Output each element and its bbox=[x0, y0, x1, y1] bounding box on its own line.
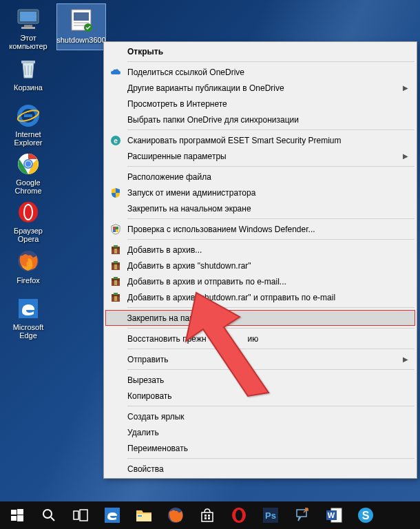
svg-rect-54 bbox=[138, 515, 142, 517]
menu-delete[interactable]: Удалить bbox=[105, 424, 415, 440]
firefox-icon bbox=[14, 247, 42, 275]
chrome-icon bbox=[14, 151, 42, 177]
chevron-right-icon: ▶ bbox=[403, 355, 408, 363]
menu-rename[interactable]: Переименовать bbox=[105, 440, 415, 456]
menu-open[interactable]: Открыть bbox=[105, 43, 415, 59]
firefox-icon[interactable]: Firefox bbox=[3, 245, 53, 291]
task-view-button[interactable] bbox=[65, 501, 96, 529]
shutdown-file-icon[interactable]: shutdown3600 bbox=[56, 3, 106, 50]
svg-rect-1 bbox=[20, 12, 36, 21]
svg-rect-35 bbox=[114, 264, 117, 269]
svg-rect-7 bbox=[74, 25, 85, 26]
ie-icon[interactable]: Internet Explorer bbox=[3, 100, 53, 147]
menu-pin-start[interactable]: Закрепить на начальном экране bbox=[105, 200, 415, 216]
context-menu: Открыть Поделиться ссылкой OneDrive Друг… bbox=[103, 41, 417, 479]
winrar-icon bbox=[109, 276, 122, 288]
taskbar-word[interactable]: W bbox=[318, 501, 350, 529]
svg-rect-34 bbox=[114, 261, 118, 263]
taskbar-store[interactable] bbox=[191, 501, 223, 529]
eset-icon: e bbox=[109, 134, 122, 147]
taskbar: Ps W S bbox=[0, 501, 420, 529]
svg-rect-58 bbox=[204, 517, 207, 519]
label: Этот компьютер bbox=[3, 34, 53, 50]
svg-rect-25 bbox=[116, 227, 118, 229]
svg-rect-39 bbox=[114, 280, 117, 285]
this-pc-icon[interactable]: Этот компьютер bbox=[3, 3, 53, 50]
menu-onedrive-share[interactable]: Поделиться ссылкой OneDrive bbox=[105, 64, 415, 80]
menu-add-rar-email[interactable]: Добавить в архив "shutdown.rar" и отправ… bbox=[105, 289, 415, 305]
recycle-bin-icon[interactable]: Корзина bbox=[3, 52, 53, 98]
winrar-icon bbox=[109, 260, 122, 272]
svg-rect-51 bbox=[80, 510, 87, 521]
menu-send-to[interactable]: Отправить▶ bbox=[105, 351, 415, 367]
taskbar-opera[interactable] bbox=[223, 501, 255, 529]
menu-onedrive-sync[interactable]: Выбрать папки OneDrive для синхронизации bbox=[105, 112, 415, 127]
chevron-right-icon: ▶ bbox=[403, 84, 408, 92]
svg-rect-3 bbox=[21, 27, 35, 29]
menu-defender[interactable]: Проверка с использованием Windows Defend… bbox=[105, 221, 415, 237]
search-button[interactable] bbox=[33, 501, 65, 529]
svg-line-49 bbox=[51, 517, 54, 521]
svg-text:W: W bbox=[328, 511, 335, 519]
menu-view-internet[interactable]: Просмотреть в Интернете bbox=[105, 96, 415, 112]
menu-run-admin[interactable]: Запуск от имени администратора bbox=[105, 185, 415, 200]
menu-properties[interactable]: Свойства bbox=[105, 461, 415, 477]
opera-icon[interactable]: Браузер Opera bbox=[3, 196, 53, 243]
svg-text:Ps: Ps bbox=[265, 510, 276, 521]
menu-create-shortcut[interactable]: Создать ярлык bbox=[105, 408, 415, 424]
label: Internet Explorer bbox=[3, 130, 53, 147]
menu-onedrive-other[interactable]: Другие варианты публикации в OneDrive▶ bbox=[105, 80, 415, 96]
menu-add-email[interactable]: Добавить в архив и отправить по e-mail..… bbox=[105, 273, 415, 289]
svg-rect-44 bbox=[11, 510, 17, 515]
menu-pin-taskbar[interactable]: Закрепить на панели задач bbox=[105, 310, 415, 326]
menu-add-archive[interactable]: Добавить в архив... bbox=[105, 242, 415, 258]
label: Браузер Opera bbox=[3, 227, 53, 243]
svg-rect-5 bbox=[74, 12, 89, 21]
svg-rect-46 bbox=[11, 516, 17, 521]
svg-text:e: e bbox=[114, 137, 118, 145]
taskbar-firefox[interactable] bbox=[160, 501, 191, 529]
svg-point-61 bbox=[235, 510, 242, 521]
edge-icon[interactable]: Microsoft Edge bbox=[3, 293, 53, 340]
svg-rect-42 bbox=[114, 293, 118, 295]
svg-rect-2 bbox=[24, 25, 32, 27]
trash-icon bbox=[14, 54, 42, 82]
label: Microsoft Edge bbox=[3, 323, 53, 340]
chrome-icon[interactable]: Google Chrome bbox=[3, 148, 53, 195]
start-button[interactable] bbox=[1, 501, 33, 529]
menu-file-location[interactable]: Расположение файла bbox=[105, 169, 415, 185]
menu-eset-scan[interactable]: e Сканировать программой ESET Smart Secu… bbox=[105, 132, 415, 148]
svg-rect-9 bbox=[21, 61, 35, 63]
taskbar-edge[interactable] bbox=[96, 501, 128, 529]
menu-restore-prev[interactable]: Восстановить прежнию bbox=[105, 331, 415, 346]
svg-rect-50 bbox=[74, 511, 78, 519]
menu-copy[interactable]: Копировать bbox=[105, 388, 415, 404]
label: Firefox bbox=[17, 276, 40, 284]
menu-cut[interactable]: Вырезать bbox=[105, 372, 415, 388]
svg-rect-57 bbox=[208, 515, 210, 517]
computer-icon bbox=[14, 6, 42, 32]
svg-rect-6 bbox=[74, 22, 89, 23]
label: Корзина bbox=[14, 83, 43, 92]
svg-rect-59 bbox=[208, 517, 210, 519]
svg-rect-31 bbox=[114, 249, 117, 253]
svg-point-16 bbox=[25, 161, 31, 167]
onedrive-icon bbox=[109, 66, 122, 79]
svg-rect-12 bbox=[24, 114, 32, 117]
taskbar-photoshop[interactable]: Ps bbox=[255, 501, 286, 529]
label: shutdown3600 bbox=[56, 36, 106, 44]
shield-icon bbox=[109, 187, 122, 199]
svg-text:S: S bbox=[362, 510, 370, 521]
menu-add-rar[interactable]: Добавить в архив "shutdown.rar" bbox=[105, 258, 415, 273]
taskbar-app1[interactable] bbox=[286, 501, 318, 529]
desktop-icons-area: Этот компьютер shutdown3600 Корзина Inte… bbox=[3, 3, 106, 340]
svg-rect-26 bbox=[113, 229, 116, 232]
svg-rect-45 bbox=[17, 509, 23, 515]
menu-eset-advanced[interactable]: Расширенные параметры▶ bbox=[105, 148, 415, 164]
ie-icon bbox=[14, 103, 42, 129]
opera-icon bbox=[14, 199, 42, 225]
taskbar-explorer[interactable] bbox=[128, 501, 160, 529]
taskbar-skype[interactable]: S bbox=[350, 501, 381, 529]
chevron-right-icon: ▶ bbox=[403, 152, 408, 160]
winrar-icon bbox=[109, 244, 122, 256]
